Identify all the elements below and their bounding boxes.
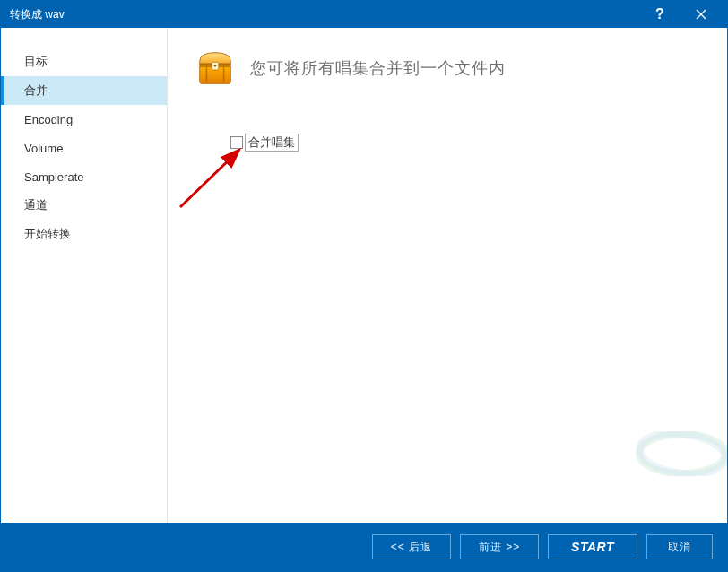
sidebar-item-volume[interactable]: Volume (1, 134, 167, 162)
forward-button[interactable]: 前进 >> (460, 534, 539, 559)
sidebar-item-label: Volume (24, 142, 63, 155)
help-button[interactable]: ? (639, 1, 680, 28)
content-area: 合并唱集 (195, 121, 709, 152)
merge-checkbox[interactable] (230, 136, 243, 149)
dialog-body: 目标 合并 Encoding Volume Samplerate 通道 开始转换 (1, 28, 727, 523)
titlebar: 转换成 wav ? (1, 1, 727, 28)
sidebar-item-merge[interactable]: 合并 (1, 76, 167, 105)
titlebar-controls: ? (639, 1, 722, 28)
sidebar-item-label: 合并 (24, 82, 48, 99)
close-button[interactable] (680, 1, 722, 28)
merge-checkbox-label[interactable]: 合并唱集 (245, 134, 299, 152)
sidebar-item-channel[interactable]: 通道 (1, 191, 167, 220)
sidebar-item-label: Samplerate (24, 170, 83, 184)
sidebar-item-samplerate[interactable]: Samplerate (1, 162, 167, 191)
sidebar-item-label: 目标 (24, 54, 48, 70)
cancel-button[interactable]: 取消 (646, 534, 713, 559)
window-title: 转换成 wav (10, 7, 639, 22)
sidebar-item-label: 开始转换 (24, 226, 71, 242)
start-button[interactable]: START (548, 534, 637, 559)
sidebar-item-start-convert[interactable]: 开始转换 (1, 220, 167, 248)
footer-bar: << 后退 前进 >> START 取消 (1, 523, 727, 571)
panel-header: 您可将所有唱集合并到一个文件内 (195, 48, 709, 89)
panel-title: 您可将所有唱集合并到一个文件内 (250, 57, 506, 79)
sidebar: 目标 合并 Encoding Volume Samplerate 通道 开始转换 (1, 28, 168, 523)
sidebar-item-label: 通道 (24, 197, 48, 213)
main-panel: 您可将所有唱集合并到一个文件内 合并唱集 (168, 28, 727, 523)
merge-checkbox-row: 合并唱集 (230, 134, 709, 152)
sidebar-item-label: Encoding (24, 113, 73, 126)
dialog-window: 转换成 wav ? 目标 合并 Encoding Volume (0, 0, 728, 572)
close-icon (696, 9, 706, 20)
sidebar-item-encoding[interactable]: Encoding (1, 105, 167, 134)
back-button[interactable]: << 后退 (372, 534, 451, 559)
svg-point-5 (214, 65, 216, 66)
chest-icon (195, 48, 236, 89)
sidebar-item-target[interactable]: 目标 (1, 48, 167, 76)
